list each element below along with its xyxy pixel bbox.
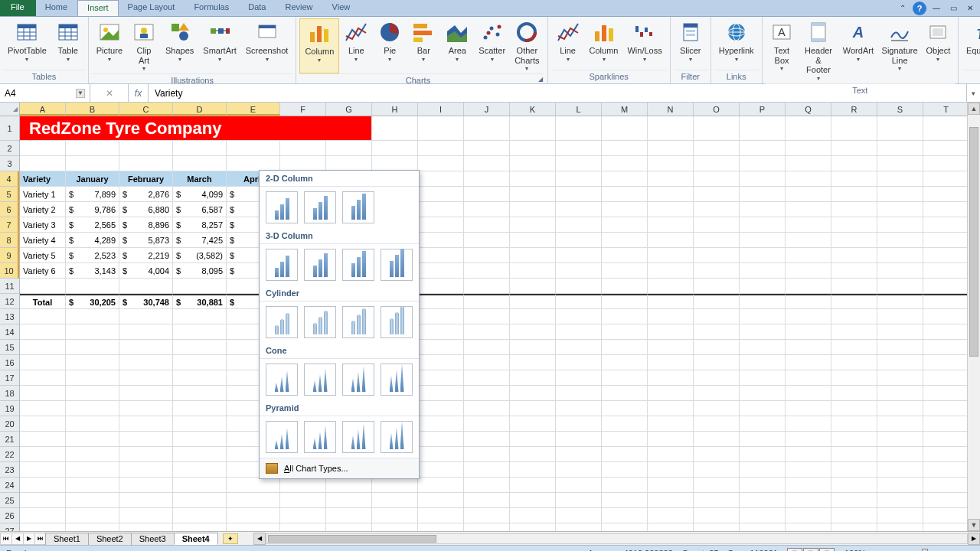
cell[interactable] [648,416,694,432]
total-cell[interactable]: $30,881 [173,294,227,309]
cell[interactable] [510,279,556,294]
cell[interactable] [877,401,923,416]
cell[interactable] [119,309,173,324]
cell[interactable] [372,478,418,493]
cell[interactable] [786,523,831,531]
cell[interactable] [740,462,786,478]
column-header[interactable]: O [694,103,740,116]
cell[interactable] [648,432,694,447]
cell[interactable] [877,432,923,447]
cell[interactable] [20,324,66,340]
cell[interactable] [831,263,877,279]
table-header-cell[interactable]: January [66,171,119,187]
cell[interactable] [648,478,694,493]
line-button[interactable]: Line▾ [339,18,373,73]
cell[interactable] [786,493,831,508]
variety-name-cell[interactable]: Variety 1 [20,187,66,202]
other-charts-button[interactable]: Other Charts▾ [510,18,544,73]
column-header[interactable]: C [119,103,173,116]
tab-insert[interactable]: Insert [77,0,119,16]
cell[interactable] [648,355,694,370]
cell[interactable] [648,279,694,294]
cell[interactable] [694,116,740,141]
cell[interactable] [831,141,877,156]
cell[interactable] [602,508,648,523]
cell[interactable] [418,478,464,493]
cell[interactable] [464,401,510,416]
row-header[interactable]: 14 [0,324,19,340]
clip-art-button[interactable]: Clip Art▾ [127,18,161,73]
chart-type-thumbnail[interactable] [342,421,374,453]
total-label-cell[interactable]: Total [20,294,66,309]
chart-type-thumbnail[interactable] [304,306,336,338]
cell[interactable] [740,370,786,386]
chart-type-thumbnail[interactable] [381,421,413,453]
cell[interactable] [648,447,694,462]
cell[interactable] [740,141,786,156]
cell[interactable] [418,432,464,447]
cell[interactable] [740,324,786,340]
cell[interactable] [510,478,556,493]
chart-type-thumbnail[interactable] [342,364,374,396]
cell[interactable] [602,263,648,279]
cell[interactable] [464,116,510,141]
row-header[interactable]: 12 [0,294,19,309]
cell[interactable] [923,478,969,493]
cell[interactable] [923,401,969,416]
cell[interactable] [66,340,119,355]
data-cell[interactable]: $(3,582) [173,248,227,263]
cell[interactable] [510,386,556,401]
cell[interactable] [464,248,510,263]
cell[interactable] [418,401,464,416]
cell[interactable] [372,156,418,171]
cell[interactable] [648,202,694,217]
cell[interactable] [740,263,786,279]
cell[interactable] [173,355,227,370]
cell[interactable] [464,141,510,156]
column-header[interactable]: P [740,103,786,116]
cell[interactable] [831,324,877,340]
cell[interactable] [66,279,119,294]
cell[interactable] [602,432,648,447]
cell[interactable] [831,340,877,355]
cell[interactable] [556,493,602,508]
cell[interactable] [877,141,923,156]
cell[interactable] [877,116,923,141]
cell[interactable] [648,294,694,309]
row-header[interactable]: 10 [0,263,19,279]
column-header[interactable]: R [831,103,877,116]
cell[interactable] [510,171,556,187]
cell[interactable] [418,263,464,279]
cell[interactable] [923,248,969,263]
horizontal-scroll-track[interactable] [266,533,968,544]
cell[interactable] [602,233,648,248]
cell[interactable] [510,340,556,355]
cell[interactable] [648,386,694,401]
scatter-button[interactable]: Scatter▾ [474,18,510,73]
cell[interactable] [831,171,877,187]
cell[interactable] [648,187,694,202]
cell[interactable] [119,355,173,370]
cell[interactable] [786,248,831,263]
cell[interactable] [923,508,969,523]
cell[interactable] [173,324,227,340]
cell[interactable] [786,432,831,447]
cell[interactable] [418,370,464,386]
cell[interactable] [740,294,786,309]
cell[interactable] [418,141,464,156]
cell[interactable] [602,355,648,370]
cell[interactable] [556,523,602,531]
cell[interactable] [831,187,877,202]
cell[interactable] [510,493,556,508]
cell[interactable] [602,447,648,462]
view-pagelayout-icon[interactable]: ▤ [803,548,818,552]
cell[interactable] [66,386,119,401]
cell[interactable] [20,508,66,523]
cell[interactable] [510,187,556,202]
cell[interactable] [923,447,969,462]
cell[interactable] [119,340,173,355]
tab-view[interactable]: View [323,0,361,16]
cell[interactable] [556,401,602,416]
cell[interactable] [119,156,173,171]
cell[interactable] [648,523,694,531]
